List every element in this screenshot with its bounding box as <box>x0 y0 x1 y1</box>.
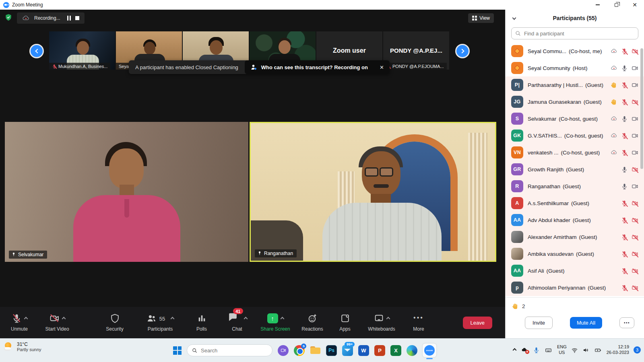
camera-off-icon[interactable] <box>632 48 638 55</box>
camera-off-icon[interactable] <box>632 99 638 105</box>
close-button[interactable]: ✕ <box>625 0 644 10</box>
participant-row[interactable]: p Athimoolam Periyannan(Guest) <box>506 279 644 296</box>
mic-on-icon[interactable] <box>621 65 628 72</box>
powerpoint-icon[interactable]: P <box>374 345 385 356</box>
more-options-button[interactable]: ••• <box>619 317 634 328</box>
camera-off-icon[interactable] <box>632 251 638 257</box>
touch-keyboard-icon[interactable] <box>544 347 553 354</box>
more-button[interactable]: ••• More <box>405 312 433 332</box>
camera-on-icon[interactable] <box>632 132 638 139</box>
invite-button[interactable]: Invite <box>525 317 553 329</box>
mic-muted-icon[interactable] <box>621 200 628 207</box>
mic-muted-icon[interactable] <box>621 267 628 274</box>
camera-off-icon[interactable] <box>632 200 638 207</box>
notification-count-badge[interactable]: 3 <box>634 346 641 354</box>
apps-button[interactable]: Apps <box>331 312 359 332</box>
participant-row[interactable]: R Ranganathan(Guest) <box>506 178 644 195</box>
chevron-up-icon[interactable] <box>244 317 248 321</box>
chat-button[interactable]: 41 Chat <box>221 312 253 332</box>
filmstrip-prev-button[interactable] <box>31 45 43 57</box>
participant-row[interactable]: Seyal Community(Host) <box>506 60 644 76</box>
mute-all-button[interactable]: Mute All <box>570 317 602 329</box>
participant-row[interactable]: S Selvakumar(Co-host, guest) <box>506 110 644 127</box>
chat-app-icon[interactable] <box>278 345 289 356</box>
filmstrip-tile[interactable]: Mukundhan.A, Busines... <box>49 31 115 70</box>
participant-row[interactable]: AA Asif Ali(Guest) <box>506 262 644 279</box>
toast-close-icon[interactable]: ✕ <box>380 64 384 70</box>
mic-muted-icon[interactable] <box>621 99 628 105</box>
tray-overflow-chevron[interactable] <box>512 348 516 352</box>
taskbar-search-input[interactable] <box>201 348 265 354</box>
word-icon[interactable]: W <box>358 345 369 356</box>
panel-scrollbar[interactable] <box>640 48 643 169</box>
participant-row[interactable]: A A.s.Senthilkumar(Guest) <box>506 195 644 212</box>
taskbar-weather[interactable]: 31°C Partly sunny <box>4 341 41 352</box>
filmstrip-next-button[interactable] <box>456 45 469 57</box>
leave-button[interactable]: Leave <box>463 317 492 329</box>
mic-on-icon[interactable] <box>621 166 628 173</box>
participant-row[interactable]: Ambika vasudevan(Guest) <box>506 245 644 262</box>
camera-on-icon[interactable] <box>632 82 638 88</box>
mic-on-icon[interactable] <box>621 115 628 122</box>
camera-on-icon[interactable] <box>632 149 638 156</box>
photoshop-icon[interactable]: Ps <box>326 345 337 356</box>
encryption-shield-icon[interactable] <box>4 13 12 21</box>
mic-muted-icon[interactable] <box>621 251 628 257</box>
participant-row[interactable]: GR Growth Ranjith(Guest) <box>506 161 644 178</box>
battery-icon[interactable] <box>594 347 602 354</box>
camera-off-icon[interactable] <box>632 217 638 224</box>
participant-row[interactable]: Alexander Amirtham(Guest) <box>506 228 644 245</box>
camera-on-icon[interactable] <box>632 183 638 190</box>
mic-muted-icon[interactable] <box>621 217 628 224</box>
onedrive-error-icon[interactable]: ✕ <box>520 347 528 354</box>
tray-mic-icon[interactable] <box>533 347 540 354</box>
language-indicator[interactable]: ENG US <box>557 344 567 356</box>
zoom-taskbar-icon[interactable]: zoom <box>423 343 436 357</box>
start-button[interactable] <box>173 346 182 355</box>
camera-off-icon[interactable] <box>632 234 638 241</box>
camera-off-icon[interactable] <box>632 166 638 173</box>
participant-row[interactable]: Seyal Commu...(Co-host, me) <box>506 43 644 60</box>
participant-row[interactable]: GK G.V.SATHIS...(Co-host, guest) <box>506 127 644 144</box>
mic-on-icon[interactable] <box>621 183 628 190</box>
search-input[interactable] <box>511 27 638 39</box>
camera-off-icon[interactable] <box>632 267 638 274</box>
restore-button[interactable] <box>607 0 625 10</box>
file-explorer-icon[interactable] <box>310 345 321 356</box>
main-video-selvakumar[interactable]: Selvakumar <box>5 122 248 262</box>
chrome-icon[interactable]: S <box>294 345 305 356</box>
excel-icon[interactable]: X <box>390 345 401 356</box>
unmute-button[interactable]: Unmute <box>4 312 34 332</box>
chevron-up-icon[interactable] <box>24 317 28 321</box>
participants-button[interactable]: 55 Participants <box>137 312 184 332</box>
volume-icon[interactable] <box>582 347 589 354</box>
mic-muted-icon[interactable] <box>621 234 628 241</box>
mic-muted-icon[interactable] <box>621 48 628 55</box>
chevron-up-icon[interactable] <box>62 317 66 321</box>
taskbar-search[interactable] <box>187 344 272 356</box>
security-button[interactable]: Security <box>99 312 131 332</box>
participant-row[interactable]: JG Jamuna Gunasekaran(Guest) <box>506 93 644 110</box>
mic-muted-icon[interactable] <box>621 82 628 88</box>
camera-on-icon[interactable] <box>632 115 638 122</box>
start-video-button[interactable]: Start Video <box>38 312 76 332</box>
stop-recording-button[interactable] <box>75 16 79 20</box>
participant-row[interactable]: AA Adv Abdul khader(Guest) <box>506 212 644 228</box>
main-video-ranganathan[interactable]: Ranganathan <box>250 122 496 262</box>
share-screen-button[interactable]: ↑ Share Screen <box>254 312 297 332</box>
mic-muted-icon[interactable] <box>621 284 628 291</box>
participant-row[interactable]: P| Parthasarathy | Hustl...(Guest) <box>506 76 644 93</box>
mic-muted-icon[interactable] <box>621 132 628 139</box>
reactions-button[interactable]: Reactions <box>295 312 330 332</box>
pause-recording-button[interactable] <box>67 16 71 21</box>
minimize-button[interactable] <box>588 0 607 10</box>
clock[interactable]: 12:19 26-03-2023 <box>607 344 629 356</box>
filmstrip-tile[interactable]: PONDY @A.P.EJ... PONDY @A.P.EJOUMA... <box>383 31 449 70</box>
whiteboards-button[interactable]: Whiteboards <box>361 312 402 332</box>
mail-app-icon[interactable]: 99+ <box>342 345 353 356</box>
camera-on-icon[interactable] <box>632 65 638 72</box>
transcript-notice[interactable]: Who can see this transcript? Recording o… <box>245 60 390 74</box>
chevron-up-icon[interactable] <box>386 317 390 321</box>
participant-row[interactable]: VN venkatesh ...(Co-host, guest) <box>506 144 644 161</box>
collapse-panel-icon[interactable] <box>512 16 516 20</box>
